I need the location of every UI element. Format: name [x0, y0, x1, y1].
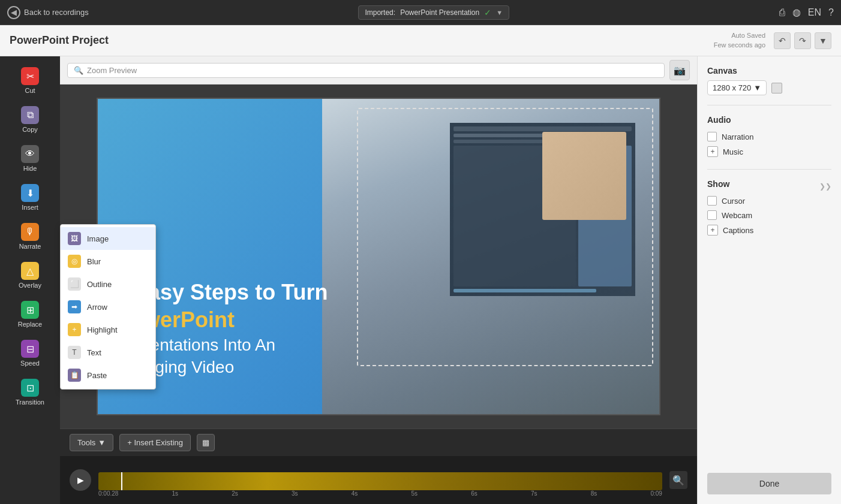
insert-existing-button[interactable]: + Insert Existing — [119, 434, 191, 451]
webcam-overlay — [542, 132, 626, 220]
project-title: PowerPoint Project — [10, 34, 714, 47]
auto-saved: Auto Saved Few seconds ago — [714, 31, 765, 50]
time-mark-3: 3s — [292, 490, 298, 497]
canvas-size-selector[interactable]: 1280 x 720 ▼ — [707, 80, 767, 95]
canvas-size-row: 1280 x 720 ▼ — [707, 80, 831, 95]
slide-frame[interactable]: 5 Easy Steps to Turn PowerPoint Presenta… — [97, 98, 660, 415]
cam-button[interactable]: ▩ — [197, 434, 215, 451]
context-menu-blur[interactable]: ◎ Blur — [61, 250, 155, 273]
sidebar-item-transition[interactable]: ⊡ Transition — [0, 373, 60, 412]
transition-label: Transition — [16, 399, 44, 406]
sidebar-item-hide[interactable]: 👁 Hide — [0, 139, 60, 178]
canvas-size-checkbox[interactable] — [771, 83, 782, 93]
screen-row — [453, 289, 596, 292]
speed-icon: ⊟ — [21, 340, 39, 358]
narrate-icon: 🎙 — [21, 223, 39, 241]
sidebar-item-copy[interactable]: ⧉ Copy — [0, 100, 60, 139]
show-header: Show ❯❯ — [707, 179, 831, 194]
tools-dropdown-icon: ▼ — [98, 438, 106, 447]
check-icon: ✓ — [484, 8, 491, 17]
tools-button[interactable]: Tools ▼ — [70, 434, 113, 451]
left-sidebar: ✂ Cut ⧉ Copy 👁 Hide ⬇ Insert 🎙 Narrate △… — [0, 56, 60, 504]
webcam-label: Webcam — [722, 211, 752, 220]
context-menu-arrow[interactable]: ➡ Arrow — [61, 295, 155, 318]
time-marks: 0:00.28 1s 2s 3s 4s 5s 6s 7s 8s 0:09 — [98, 490, 662, 498]
imported-badge[interactable]: Imported: PowerPoint Presentation ✓ ▼ — [358, 5, 509, 20]
cut-icon: ✂ — [21, 67, 39, 85]
context-menu-highlight[interactable]: + Highlight — [61, 318, 155, 341]
top-bar: ◀ Back to recordings Imported: PowerPoin… — [0, 0, 841, 25]
context-outline-label: Outline — [87, 280, 112, 289]
hide-label: Hide — [23, 165, 37, 172]
search-icon: 🔍 — [74, 66, 83, 75]
zoom-preview-search[interactable]: 🔍 Zoom Preview — [67, 63, 665, 78]
context-arrow-label: Arrow — [87, 303, 107, 312]
time-mark-4: 4s — [352, 490, 358, 497]
time-mark-7: 7s — [531, 490, 537, 497]
expand-icon[interactable]: ❯❯ — [819, 182, 831, 191]
more-options-button[interactable]: ▼ — [815, 32, 831, 49]
canvas-section-title: Canvas — [707, 66, 831, 76]
main-area: ✂ Cut ⧉ Copy 👁 Hide ⬇ Insert 🎙 Narrate △… — [0, 56, 841, 504]
redo-button[interactable]: ↷ — [794, 32, 811, 49]
bottom-toolbar: Tools ▼ + Insert Existing ▩ — [60, 428, 697, 456]
insert-icon: ⬇ — [21, 184, 39, 202]
cursor-row: Cursor — [707, 194, 831, 208]
context-image-label: Image — [87, 234, 109, 243]
context-outline-icon: ⬜ — [68, 277, 81, 291]
sidebar-item-overlay[interactable]: △ Overlay — [0, 256, 60, 295]
context-image-icon: 🖼 — [68, 232, 81, 245]
screenshot-button[interactable]: 📷 — [669, 60, 690, 80]
sidebar-item-speed[interactable]: ⊟ Speed — [0, 334, 60, 373]
context-paste-icon: 📋 — [68, 369, 81, 382]
sidebar-item-replace[interactable]: ⊞ Replace — [0, 295, 60, 334]
narration-row: Narration — [707, 129, 831, 144]
insert-label: Insert — [22, 204, 38, 211]
language-selector[interactable]: EN — [808, 7, 821, 18]
context-menu-text[interactable]: T Text — [61, 341, 155, 364]
timeline-bar[interactable] — [98, 472, 662, 490]
narrate-label: Narrate — [19, 243, 41, 250]
cursor-checkbox[interactable] — [707, 196, 717, 206]
speed-label: Speed — [20, 360, 40, 367]
timeline-track: 0:00.28 1s 2s 3s 4s 5s 6s 7s 8s 0:09 — [98, 462, 662, 498]
context-menu-paste[interactable]: 📋 Paste — [61, 364, 155, 387]
undo-button[interactable]: ↶ — [774, 32, 791, 49]
narration-checkbox[interactable] — [707, 132, 717, 141]
title-bar-actions: ↶ ↷ ▼ — [774, 32, 831, 49]
play-button[interactable]: ▶ — [70, 469, 91, 491]
narration-label: Narration — [722, 132, 753, 141]
size-dropdown-icon: ▼ — [753, 83, 761, 92]
time-mark-9: 0:09 — [650, 490, 662, 497]
music-add-icon[interactable]: + — [707, 146, 718, 157]
top-bar-center: Imported: PowerPoint Presentation ✓ ▼ — [96, 5, 772, 20]
help-icon[interactable]: ? — [828, 7, 834, 18]
context-text-label: Text — [87, 348, 101, 357]
back-button[interactable]: ◀ Back to recordings — [7, 6, 89, 19]
context-blur-label: Blur — [87, 257, 101, 266]
replace-icon: ⊞ — [21, 301, 39, 319]
context-highlight-label: Highlight — [87, 325, 118, 334]
export-icon[interactable]: ⎙ — [779, 7, 785, 18]
slide-photo — [322, 99, 659, 414]
transition-icon: ⊡ — [21, 379, 39, 397]
history-icon[interactable]: ◍ — [792, 7, 801, 18]
music-row: + Music — [707, 144, 831, 159]
context-menu-image[interactable]: 🖼 Image — [61, 227, 155, 250]
captions-add-icon[interactable]: + — [707, 225, 718, 236]
time-mark-5: 5s — [411, 490, 418, 497]
timeline-search-button[interactable]: 🔍 — [669, 471, 687, 489]
sidebar-item-narrate[interactable]: 🎙 Narrate — [0, 217, 60, 256]
music-label: Music — [723, 147, 743, 156]
top-bar-right: ⎙ ◍ EN ? — [779, 7, 834, 18]
context-menu-outline[interactable]: ⬜ Outline — [61, 273, 155, 295]
time-mark-6: 6s — [471, 490, 477, 497]
screen-row — [453, 126, 632, 131]
done-button[interactable]: Done — [707, 473, 831, 494]
show-section-title: Show — [707, 179, 819, 189]
captions-row: + Captions — [707, 222, 831, 238]
overlay-label: Overlay — [19, 282, 41, 289]
sidebar-item-insert[interactable]: ⬇ Insert — [0, 178, 60, 217]
sidebar-item-cut[interactable]: ✂ Cut — [0, 61, 60, 100]
webcam-checkbox[interactable] — [707, 210, 717, 220]
